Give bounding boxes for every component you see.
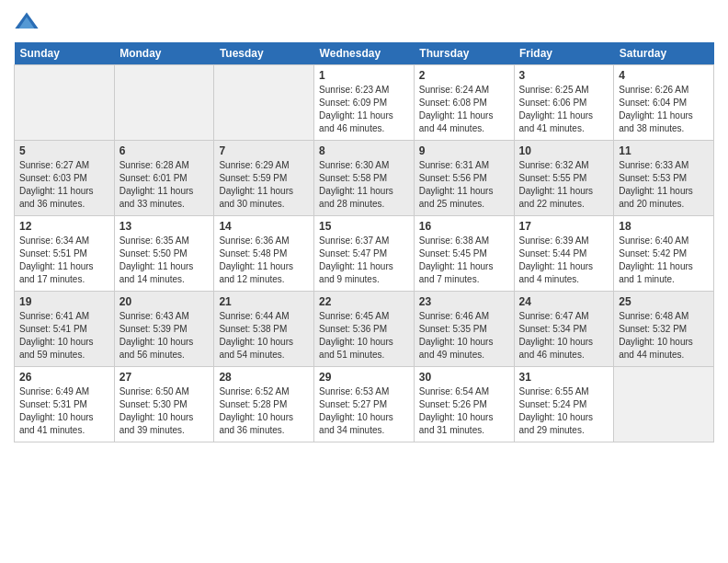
calendar-cell: 4Sunrise: 6:26 AMSunset: 6:04 PMDaylight… — [614, 65, 714, 141]
calendar-cell: 18Sunrise: 6:40 AMSunset: 5:42 PMDayligh… — [614, 216, 714, 292]
weekday-header-sunday: Sunday — [15, 42, 115, 65]
calendar-row-1: 1Sunrise: 6:23 AMSunset: 6:09 PMDaylight… — [15, 65, 714, 141]
day-info: Sunrise: 6:52 AMSunset: 5:28 PMDaylight:… — [219, 385, 309, 437]
day-number: 28 — [219, 371, 309, 384]
calendar-cell — [214, 65, 314, 141]
calendar-row-5: 26Sunrise: 6:49 AMSunset: 5:31 PMDayligh… — [15, 367, 714, 442]
day-info: Sunrise: 6:28 AMSunset: 6:01 PMDaylight:… — [119, 159, 210, 211]
calendar-cell — [614, 367, 714, 442]
day-info: Sunrise: 6:53 AMSunset: 5:27 PMDaylight:… — [319, 385, 409, 437]
day-info: Sunrise: 6:27 AMSunset: 6:03 PMDaylight:… — [19, 159, 109, 211]
day-info: Sunrise: 6:44 AMSunset: 5:38 PMDaylight:… — [219, 310, 309, 362]
day-number: 4 — [619, 69, 709, 82]
day-number: 6 — [119, 144, 210, 157]
day-info: Sunrise: 6:43 AMSunset: 5:39 PMDaylight:… — [119, 310, 210, 362]
logo — [14, 9, 42, 35]
day-info: Sunrise: 6:46 AMSunset: 5:35 PMDaylight:… — [419, 310, 509, 362]
day-number: 16 — [419, 220, 509, 233]
day-number: 19 — [19, 295, 109, 308]
calendar-header-row: SundayMondayTuesdayWednesdayThursdayFrid… — [15, 42, 714, 65]
calendar-cell: 23Sunrise: 6:46 AMSunset: 5:35 PMDayligh… — [414, 292, 514, 367]
calendar-cell — [114, 65, 214, 141]
day-info: Sunrise: 6:55 AMSunset: 5:24 PMDaylight:… — [519, 385, 609, 437]
header — [14, 9, 714, 35]
day-number: 9 — [419, 144, 509, 157]
calendar-table: SundayMondayTuesdayWednesdayThursdayFrid… — [14, 42, 714, 442]
calendar-cell: 14Sunrise: 6:36 AMSunset: 5:48 PMDayligh… — [214, 216, 314, 292]
day-number: 1 — [319, 69, 409, 82]
calendar-cell: 19Sunrise: 6:41 AMSunset: 5:41 PMDayligh… — [15, 292, 115, 367]
day-info: Sunrise: 6:24 AMSunset: 6:08 PMDaylight:… — [419, 84, 509, 135]
day-number: 22 — [319, 295, 409, 308]
calendar-cell: 27Sunrise: 6:50 AMSunset: 5:30 PMDayligh… — [114, 367, 214, 442]
day-info: Sunrise: 6:49 AMSunset: 5:31 PMDaylight:… — [19, 385, 109, 437]
calendar-cell: 30Sunrise: 6:54 AMSunset: 5:26 PMDayligh… — [414, 367, 514, 442]
day-info: Sunrise: 6:34 AMSunset: 5:51 PMDaylight:… — [19, 235, 109, 286]
day-info: Sunrise: 6:29 AMSunset: 5:59 PMDaylight:… — [219, 159, 309, 211]
day-number: 26 — [19, 371, 109, 384]
day-number: 17 — [519, 220, 609, 233]
day-number: 5 — [19, 144, 109, 157]
day-number: 13 — [119, 220, 210, 233]
day-info: Sunrise: 6:32 AMSunset: 5:55 PMDaylight:… — [519, 159, 609, 211]
day-number: 7 — [219, 144, 309, 157]
day-number: 11 — [619, 144, 709, 157]
calendar-cell: 7Sunrise: 6:29 AMSunset: 5:59 PMDaylight… — [214, 141, 314, 216]
calendar-cell: 28Sunrise: 6:52 AMSunset: 5:28 PMDayligh… — [214, 367, 314, 442]
day-info: Sunrise: 6:25 AMSunset: 6:06 PMDaylight:… — [519, 84, 609, 135]
day-info: Sunrise: 6:39 AMSunset: 5:44 PMDaylight:… — [519, 235, 609, 286]
day-info: Sunrise: 6:31 AMSunset: 5:56 PMDaylight:… — [419, 159, 509, 211]
calendar-cell: 25Sunrise: 6:48 AMSunset: 5:32 PMDayligh… — [614, 292, 714, 367]
calendar-cell: 8Sunrise: 6:30 AMSunset: 5:58 PMDaylight… — [314, 141, 415, 216]
weekday-header-tuesday: Tuesday — [214, 42, 314, 65]
day-number: 15 — [319, 220, 409, 233]
calendar-cell: 21Sunrise: 6:44 AMSunset: 5:38 PMDayligh… — [214, 292, 314, 367]
day-info: Sunrise: 6:45 AMSunset: 5:36 PMDaylight:… — [319, 310, 409, 362]
day-info: Sunrise: 6:33 AMSunset: 5:53 PMDaylight:… — [619, 159, 709, 211]
day-number: 31 — [519, 371, 609, 384]
calendar-cell: 22Sunrise: 6:45 AMSunset: 5:36 PMDayligh… — [314, 292, 415, 367]
day-number: 18 — [619, 220, 709, 233]
calendar-cell: 15Sunrise: 6:37 AMSunset: 5:47 PMDayligh… — [314, 216, 415, 292]
day-info: Sunrise: 6:26 AMSunset: 6:04 PMDaylight:… — [619, 84, 709, 135]
calendar-cell: 26Sunrise: 6:49 AMSunset: 5:31 PMDayligh… — [15, 367, 115, 442]
day-info: Sunrise: 6:50 AMSunset: 5:30 PMDaylight:… — [119, 385, 210, 437]
calendar-cell: 10Sunrise: 6:32 AMSunset: 5:55 PMDayligh… — [514, 141, 614, 216]
calendar-cell: 31Sunrise: 6:55 AMSunset: 5:24 PMDayligh… — [514, 367, 614, 442]
day-info: Sunrise: 6:23 AMSunset: 6:09 PMDaylight:… — [319, 84, 409, 135]
day-number: 20 — [119, 295, 210, 308]
page-container: SundayMondayTuesdayWednesdayThursdayFrid… — [0, 0, 728, 452]
day-number: 10 — [519, 144, 609, 157]
day-number: 3 — [519, 69, 609, 82]
calendar-cell: 9Sunrise: 6:31 AMSunset: 5:56 PMDaylight… — [414, 141, 514, 216]
weekday-header-thursday: Thursday — [414, 42, 514, 65]
day-info: Sunrise: 6:41 AMSunset: 5:41 PMDaylight:… — [19, 310, 109, 362]
day-info: Sunrise: 6:37 AMSunset: 5:47 PMDaylight:… — [319, 235, 409, 286]
day-number: 12 — [19, 220, 109, 233]
calendar-cell: 16Sunrise: 6:38 AMSunset: 5:45 PMDayligh… — [414, 216, 514, 292]
day-number: 27 — [119, 371, 210, 384]
day-number: 25 — [619, 295, 709, 308]
day-number: 30 — [419, 371, 509, 384]
day-number: 14 — [219, 220, 309, 233]
calendar-cell: 24Sunrise: 6:47 AMSunset: 5:34 PMDayligh… — [514, 292, 614, 367]
day-info: Sunrise: 6:30 AMSunset: 5:58 PMDaylight:… — [319, 159, 409, 211]
calendar-cell: 2Sunrise: 6:24 AMSunset: 6:08 PMDaylight… — [414, 65, 514, 141]
calendar-cell: 17Sunrise: 6:39 AMSunset: 5:44 PMDayligh… — [514, 216, 614, 292]
day-info: Sunrise: 6:47 AMSunset: 5:34 PMDaylight:… — [519, 310, 609, 362]
weekday-header-monday: Monday — [114, 42, 214, 65]
calendar-cell: 3Sunrise: 6:25 AMSunset: 6:06 PMDaylight… — [514, 65, 614, 141]
day-number: 21 — [219, 295, 309, 308]
day-info: Sunrise: 6:40 AMSunset: 5:42 PMDaylight:… — [619, 235, 709, 286]
calendar-cell: 6Sunrise: 6:28 AMSunset: 6:01 PMDaylight… — [114, 141, 214, 216]
calendar-row-4: 19Sunrise: 6:41 AMSunset: 5:41 PMDayligh… — [15, 292, 714, 367]
calendar-cell: 5Sunrise: 6:27 AMSunset: 6:03 PMDaylight… — [15, 141, 115, 216]
calendar-row-3: 12Sunrise: 6:34 AMSunset: 5:51 PMDayligh… — [15, 216, 714, 292]
weekday-header-saturday: Saturday — [614, 42, 714, 65]
calendar-row-2: 5Sunrise: 6:27 AMSunset: 6:03 PMDaylight… — [15, 141, 714, 216]
weekday-header-friday: Friday — [514, 42, 614, 65]
day-number: 2 — [419, 69, 509, 82]
day-number: 24 — [519, 295, 609, 308]
day-number: 8 — [319, 144, 409, 157]
weekday-header-wednesday: Wednesday — [314, 42, 415, 65]
